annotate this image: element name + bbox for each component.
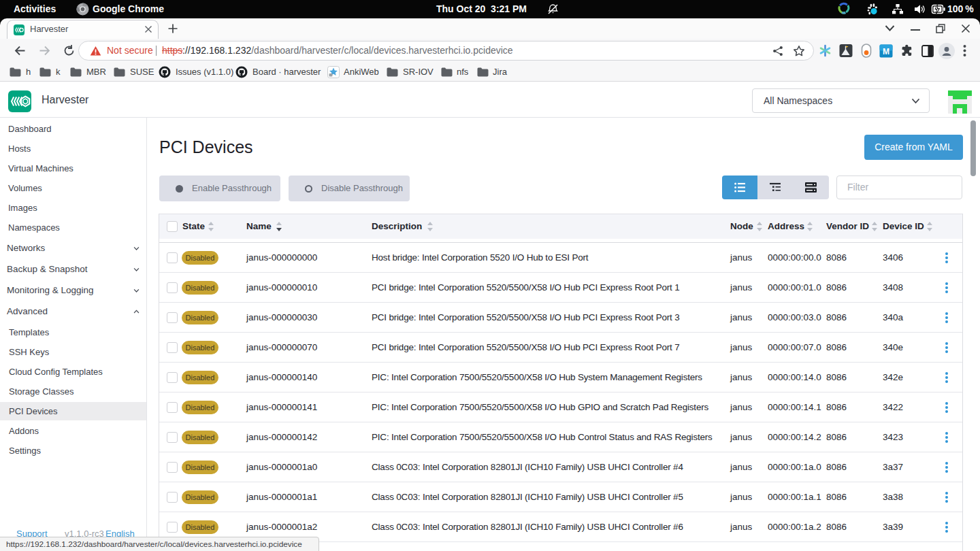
svg-text:M: M (883, 47, 889, 56)
